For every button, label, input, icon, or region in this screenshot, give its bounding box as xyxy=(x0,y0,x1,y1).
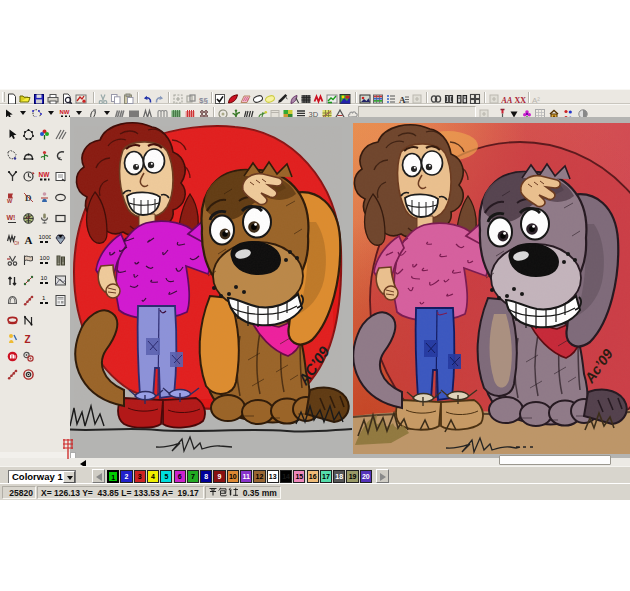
svg-text:NW: NW xyxy=(39,171,51,178)
svg-text:A: A xyxy=(25,234,33,246)
svg-text:Z: Z xyxy=(25,334,31,345)
svg-text:1000: 1000 xyxy=(39,234,52,240)
svg-text:100: 100 xyxy=(40,255,51,261)
svg-text:W: W xyxy=(7,198,13,204)
svg-text:1: 1 xyxy=(42,295,46,301)
svg-text:NW: NW xyxy=(60,109,70,115)
svg-text:OK: OK xyxy=(14,241,19,246)
svg-text:W!: W! xyxy=(7,214,16,221)
svg-text:10: 10 xyxy=(41,275,48,281)
